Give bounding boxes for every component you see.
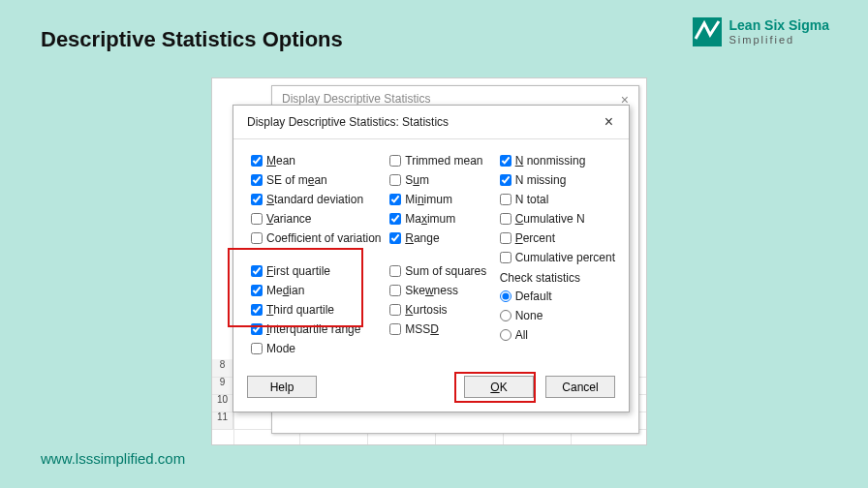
label-median: Median [266,284,304,297]
checkbox-first-quartile[interactable] [251,265,263,277]
checkbox-se-mean[interactable] [251,174,263,186]
checkbox-coef-var[interactable] [251,232,263,244]
footer-url: www.lsssimplified.com [41,450,185,467]
label-sum-squares: Sum of squares [405,264,486,278]
ok-button[interactable]: OK [464,376,534,398]
checkbox-percent[interactable] [500,232,512,244]
label-skewness: Skewness [405,284,458,297]
statistics-dialog: Display Descriptive Statistics: Statisti… [232,105,630,412]
checkbox-mean[interactable] [251,155,263,167]
checkbox-std-dev[interactable] [251,194,263,205]
checkbox-maximum[interactable] [389,213,401,225]
checkbox-range[interactable] [389,232,401,244]
label-kurtosis: Kurtosis [405,303,447,317]
label-sum: Sum [405,173,429,187]
checkbox-minimum[interactable] [389,194,401,205]
checkbox-variance[interactable] [251,213,263,225]
checkbox-mssd[interactable] [389,323,401,335]
label-mean: Mean [266,154,295,168]
checkbox-sum[interactable] [389,174,401,186]
label-cumulative-percent: Cumulative percent [515,251,615,264]
brand-logo: Lean Six Sigma Simplified [693,17,829,46]
label-third-quartile: Third quartile [266,303,334,317]
checkbox-iqr[interactable] [251,323,263,335]
radio-all[interactable] [500,329,512,341]
checkbox-n-nonmissing[interactable] [500,155,512,167]
label-first-quartile: First quartile [266,264,330,278]
checkbox-trimmed-mean[interactable] [389,155,401,167]
checkbox-n-missing[interactable] [500,174,512,186]
brand-icon [693,17,722,46]
checkbox-skewness[interactable] [389,285,401,296]
label-coef-var: Coefficient of variation [266,231,382,245]
dialog-title: Display Descriptive Statistics: Statisti… [247,115,449,129]
label-mssd: MSSD [405,322,439,336]
label-iqr: Interquartile range [266,322,360,336]
checkbox-median[interactable] [251,285,263,296]
cancel-button[interactable]: Cancel [545,376,615,398]
label-n-total: N total [515,193,549,206]
label-default: Default [515,290,552,303]
checkbox-mode[interactable] [251,343,263,354]
checkbox-kurtosis[interactable] [389,304,401,316]
label-minimum: Minimum [405,193,452,206]
label-percent: Percent [515,231,555,245]
checkbox-cumulative-percent[interactable] [500,252,512,263]
radio-default[interactable] [500,290,512,302]
label-all: All [515,328,528,342]
label-std-dev: Standard deviation [266,193,363,206]
checkbox-third-quartile[interactable] [251,304,263,316]
label-se-mean: SE of mean [266,173,327,187]
label-variance: Variance [266,212,311,226]
label-trimmed-mean: Trimmed mean [405,154,482,168]
label-n-missing: N missing [515,173,567,187]
help-button[interactable]: Help [247,376,317,398]
brand-line1: Lean Six Sigma [729,18,829,33]
label-cumulative-n: Cumulative N [515,212,585,226]
checkbox-sum-squares[interactable] [389,265,401,277]
label-none: None [515,309,543,322]
label-maximum: Maximum [405,212,455,226]
close-button[interactable]: × [601,113,617,131]
checkbox-cumulative-n[interactable] [500,213,512,225]
label-mode: Mode [266,342,295,355]
label-range: Range [405,231,439,245]
check-statistics-label: Check statistics [500,271,615,285]
label-n-nonmissing: N nonmissing [515,154,586,168]
checkbox-n-total[interactable] [500,194,512,205]
radio-none[interactable] [500,310,512,321]
brand-line2: Simplified [729,34,829,46]
slide-title: Descriptive Statistics Options [41,27,343,52]
